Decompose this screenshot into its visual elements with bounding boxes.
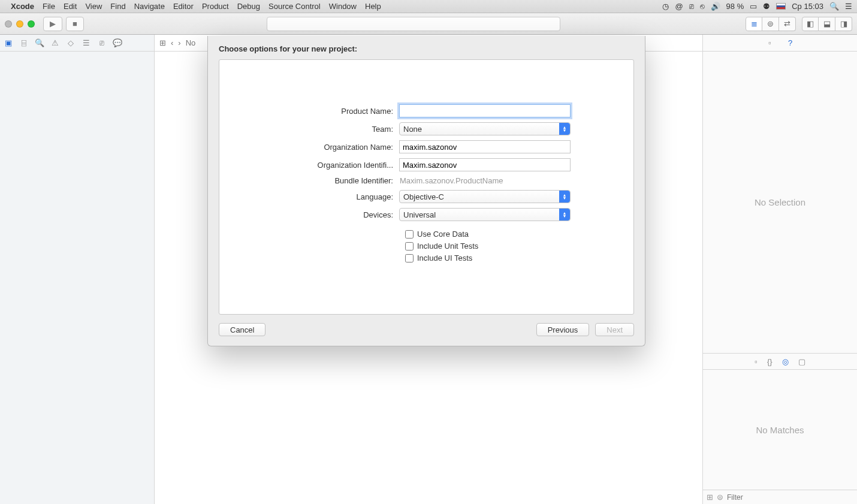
panel-toggle-group: ◧ ⬓ ◨ xyxy=(802,17,852,31)
menu-bar: Xcode File Edit View Find Navigate Edito… xyxy=(0,0,857,13)
inspector-selector-bar: ▫ ? xyxy=(703,35,857,52)
jump-bar-path[interactable]: No xyxy=(186,38,196,47)
grid-view-icon[interactable]: ⊞ xyxy=(707,493,713,502)
dropdown-arrow-icon: ▲▼ xyxy=(559,191,570,203)
wifi-icon[interactable]: ⚉ xyxy=(763,2,770,11)
breakpoint-navigator-icon[interactable]: ⎚ xyxy=(97,38,107,47)
app-menu[interactable]: Xcode xyxy=(11,2,34,11)
at-status-icon[interactable]: @ xyxy=(675,2,683,11)
devices-select-value: Universal xyxy=(403,210,436,219)
utilities-panel: ▫ ? No Selection ▫ {} ◎ ▢ No Matches ⊞ ⊜ xyxy=(702,35,857,504)
window-controls xyxy=(5,20,35,28)
dropdown-arrow-icon: ▲▼ xyxy=(559,209,570,221)
battery-icon[interactable]: ▭ xyxy=(750,2,757,11)
related-items-icon[interactable]: ⊞ xyxy=(159,38,166,47)
previous-button[interactable]: Previous xyxy=(536,323,590,336)
input-flag-icon[interactable] xyxy=(776,3,786,10)
dropdown-arrow-icon: ▲▼ xyxy=(559,123,570,135)
core-data-checkbox[interactable] xyxy=(405,230,414,239)
toolbar: ▶ ■ ≣ ⊚ ⇄ ◧ ⬓ ◨ xyxy=(0,13,857,35)
team-label: Team: xyxy=(243,125,399,134)
menu-source-control[interactable]: Source Control xyxy=(268,2,321,11)
library-filter-input[interactable] xyxy=(727,493,853,502)
navigator-selector-bar: ▣ ⌸ 🔍 ⚠ ◇ ☰ ⎚ 💬 xyxy=(0,35,154,52)
clock-status-icon[interactable]: ◷ xyxy=(662,2,669,11)
menu-file[interactable]: File xyxy=(43,2,55,11)
menu-window[interactable]: Window xyxy=(329,2,357,11)
filter-icon: ⊜ xyxy=(717,493,723,502)
close-window-button[interactable] xyxy=(5,20,12,28)
volume-icon[interactable]: 🔊 xyxy=(711,2,720,11)
code-snippet-library-icon[interactable]: {} xyxy=(767,357,772,366)
navigator-panel: ▣ ⌸ 🔍 ⚠ ◇ ☰ ⎚ 💬 xyxy=(0,35,155,504)
menu-navigate[interactable]: Navigate xyxy=(134,2,165,11)
stop-button[interactable]: ■ xyxy=(66,17,84,31)
run-button[interactable]: ▶ xyxy=(43,17,62,31)
report-navigator-icon[interactable]: 💬 xyxy=(113,38,122,47)
cancel-button[interactable]: Cancel xyxy=(219,323,265,336)
product-name-label: Product Name: xyxy=(243,107,399,116)
zoom-window-button[interactable] xyxy=(28,20,35,28)
sheet-form: Product Name: Team: None ▲▼ Organization… xyxy=(219,59,634,315)
file-template-library-icon[interactable]: ▫ xyxy=(755,357,758,366)
no-matches-label: No Matches xyxy=(703,370,857,490)
product-name-input[interactable] xyxy=(399,104,571,117)
find-navigator-icon[interactable]: 🔍 xyxy=(35,38,44,47)
quick-help-icon[interactable]: ? xyxy=(786,38,795,47)
battery-text: 98 % xyxy=(726,2,744,11)
object-library-icon[interactable]: ◎ xyxy=(782,357,789,366)
debug-navigator-icon[interactable]: ☰ xyxy=(82,38,91,47)
org-name-label: Organization Name: xyxy=(243,143,399,152)
test-navigator-icon[interactable]: ◇ xyxy=(66,38,76,47)
unit-tests-checkbox[interactable] xyxy=(405,242,414,251)
version-editor-button[interactable]: ⇄ xyxy=(779,17,796,31)
menu-help[interactable]: Help xyxy=(365,2,381,11)
bundle-id-label: Bundle Identifier: xyxy=(243,176,399,185)
issue-navigator-icon[interactable]: ⚠ xyxy=(50,38,60,47)
symbol-navigator-icon[interactable]: ⌸ xyxy=(19,38,29,47)
next-button[interactable]: Next xyxy=(595,323,634,336)
menu-product[interactable]: Product xyxy=(202,2,229,11)
core-data-checkbox-row[interactable]: Use Core Data xyxy=(405,230,609,239)
menu-find[interactable]: Find xyxy=(110,2,125,11)
file-inspector-icon[interactable]: ▫ xyxy=(765,38,775,47)
project-navigator-icon[interactable]: ▣ xyxy=(4,38,13,47)
toggle-debug-button[interactable]: ⬓ xyxy=(819,17,835,31)
menu-editor[interactable]: Editor xyxy=(173,2,194,11)
bundle-id-value: Maxim.sazonov.ProductName xyxy=(399,176,503,185)
team-select[interactable]: None ▲▼ xyxy=(399,122,571,135)
sheet-title: Choose options for your new project: xyxy=(219,44,634,53)
menu-edit[interactable]: Edit xyxy=(64,2,77,11)
org-name-input[interactable] xyxy=(399,140,571,153)
standard-editor-button[interactable]: ≣ xyxy=(746,17,762,31)
ui-tests-checkbox[interactable] xyxy=(405,254,414,262)
clock-text[interactable]: Ср 15:03 xyxy=(792,2,823,11)
spotlight-icon[interactable]: 🔍 xyxy=(829,2,839,11)
language-select[interactable]: Objective-C ▲▼ xyxy=(399,190,571,203)
notification-center-icon[interactable]: ☰ xyxy=(845,2,852,11)
language-label: Language: xyxy=(243,192,399,201)
org-id-input[interactable] xyxy=(399,158,571,171)
new-project-sheet: Choose options for your new project: Pro… xyxy=(207,36,645,346)
team-select-value: None xyxy=(403,125,422,134)
display-icon[interactable]: ⎚ xyxy=(689,2,694,11)
toggle-navigator-button[interactable]: ◧ xyxy=(802,17,819,31)
menu-view[interactable]: View xyxy=(85,2,102,11)
ui-tests-label: Include UI Tests xyxy=(417,253,472,262)
menu-debug[interactable]: Debug xyxy=(237,2,260,11)
library-filter-bar: ⊞ ⊜ xyxy=(703,490,857,504)
forward-icon[interactable]: › xyxy=(178,38,180,47)
minimize-window-button[interactable] xyxy=(16,20,23,28)
org-id-label: Organization Identifi... xyxy=(243,161,399,170)
library-selector-bar: ▫ {} ◎ ▢ xyxy=(703,353,857,370)
unit-tests-checkbox-row[interactable]: Include Unit Tests xyxy=(405,242,609,251)
devices-select[interactable]: Universal ▲▼ xyxy=(399,208,571,221)
media-library-icon[interactable]: ▢ xyxy=(798,357,805,366)
assistant-editor-button[interactable]: ⊚ xyxy=(762,17,779,31)
toggle-utilities-button[interactable]: ◨ xyxy=(835,17,852,31)
unit-tests-label: Include Unit Tests xyxy=(417,242,478,251)
back-icon[interactable]: ‹ xyxy=(171,38,173,47)
bluetooth-icon[interactable]: ⎋ xyxy=(700,2,705,11)
devices-label: Devices: xyxy=(243,210,399,219)
ui-tests-checkbox-row[interactable]: Include UI Tests xyxy=(405,253,609,262)
